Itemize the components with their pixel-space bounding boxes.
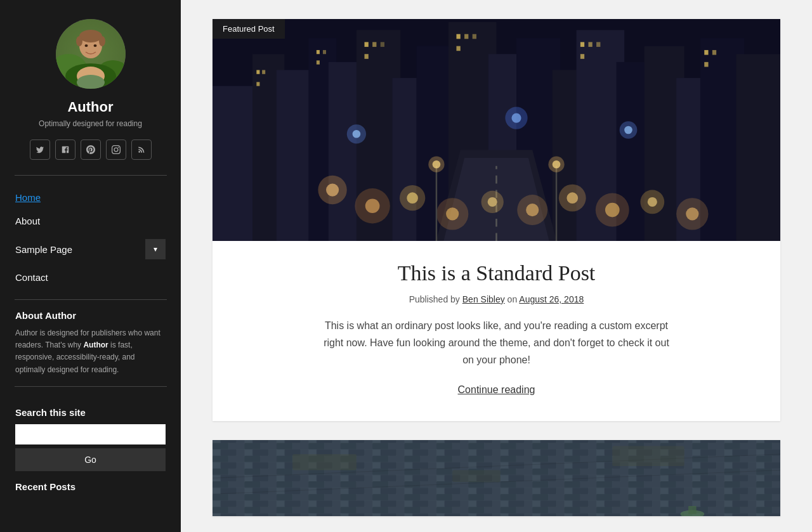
svg-point-48 <box>566 192 578 204</box>
featured-badge: Featured Post <box>213 19 285 39</box>
post-meta: Published by Ben Sibley on August 26, 20… <box>243 294 750 304</box>
svg-point-54 <box>686 207 698 220</box>
svg-rect-61 <box>256 70 259 74</box>
rss-icon[interactable] <box>131 139 152 160</box>
divider-search <box>15 386 167 387</box>
svg-rect-67 <box>365 42 369 47</box>
svg-rect-77 <box>596 42 600 47</box>
svg-rect-75 <box>580 42 584 47</box>
search-input[interactable] <box>15 424 166 444</box>
nav-item-sample-page[interactable]: Sample Page ▾ <box>15 233 166 266</box>
svg-rect-80 <box>712 50 716 55</box>
svg-point-44 <box>488 197 497 207</box>
post-card-2 <box>213 440 780 516</box>
svg-rect-63 <box>256 82 259 86</box>
about-section-text: Author is designed for publishers who wa… <box>15 327 166 376</box>
sidebar: Author Optimally designed for reading Ho… <box>0 0 181 532</box>
svg-rect-79 <box>704 50 708 55</box>
svg-point-84 <box>433 160 441 169</box>
svg-point-46 <box>526 204 539 216</box>
svg-point-52 <box>648 197 657 207</box>
author-subtitle: Optimally designed for reading <box>26 119 155 128</box>
svg-rect-76 <box>588 42 592 47</box>
svg-rect-31 <box>737 54 780 241</box>
divider-top <box>15 175 167 176</box>
post-body: This is a Standard Post Published by Ben… <box>213 241 780 421</box>
svg-rect-78 <box>580 54 584 59</box>
svg-point-42 <box>446 207 459 220</box>
nav-link-home[interactable]: Home <box>15 192 41 203</box>
search-section: Search this site Go <box>0 397 181 471</box>
divider-mid <box>15 299 167 300</box>
nav-menu: Home About Sample Page ▾ Contact <box>0 186 181 289</box>
svg-rect-74 <box>456 46 460 51</box>
svg-point-38 <box>365 198 380 213</box>
svg-point-10 <box>99 36 105 46</box>
svg-point-36 <box>326 183 339 196</box>
svg-rect-81 <box>704 62 708 67</box>
avatar <box>56 19 126 89</box>
svg-point-8 <box>79 30 102 42</box>
svg-rect-69 <box>381 42 384 47</box>
post-excerpt: This is what an ordinary post looks like… <box>319 317 674 369</box>
continue-reading-link[interactable]: Continue reading <box>458 384 535 396</box>
search-section-title: Search this site <box>15 407 166 418</box>
post-author-link[interactable]: Ben Sibley <box>462 294 505 304</box>
svg-point-87 <box>553 160 561 169</box>
nav-link-contact[interactable]: Contact <box>15 272 48 283</box>
svg-rect-68 <box>372 42 376 47</box>
post-date-link[interactable]: August 26, 2018 <box>519 294 584 304</box>
svg-rect-64 <box>317 50 320 54</box>
post-title: This is a Standard Post <box>243 261 750 285</box>
nav-item-contact[interactable]: Contact <box>15 266 166 289</box>
nav-item-home[interactable]: Home <box>15 186 166 209</box>
svg-rect-65 <box>323 50 326 54</box>
post-featured-image: Featured Post <box>213 19 780 241</box>
search-go-button[interactable]: Go <box>15 448 166 471</box>
sample-page-expand-button[interactable]: ▾ <box>145 239 166 259</box>
svg-point-11 <box>84 44 88 47</box>
svg-rect-73 <box>473 34 476 39</box>
recent-posts-title: Recent Posts <box>0 471 181 492</box>
twitter-icon[interactable] <box>30 139 50 160</box>
svg-point-58 <box>511 114 521 123</box>
svg-rect-71 <box>456 34 460 39</box>
svg-point-12 <box>93 44 96 47</box>
post-2-image <box>213 440 780 516</box>
about-section-title: About Author <box>15 310 166 321</box>
pinterest-icon[interactable] <box>81 139 101 160</box>
social-icons-group <box>30 139 152 160</box>
main-content: Featured Post <box>181 0 812 532</box>
post-card-1: Featured Post <box>213 19 780 421</box>
svg-rect-70 <box>365 54 369 59</box>
svg-point-9 <box>76 36 82 46</box>
svg-point-50 <box>605 203 620 217</box>
nav-link-sample-page[interactable]: Sample Page <box>15 244 72 255</box>
instagram-icon[interactable] <box>106 139 126 160</box>
svg-point-40 <box>407 192 418 204</box>
about-section: About Author Author is designed for publ… <box>0 310 181 376</box>
svg-point-56 <box>353 130 361 138</box>
nav-item-about[interactable]: About <box>15 209 166 233</box>
nav-link-about[interactable]: About <box>15 216 40 226</box>
author-name: Author <box>67 99 113 115</box>
facebook-icon[interactable] <box>55 139 75 160</box>
svg-rect-102 <box>213 440 780 516</box>
svg-point-60 <box>624 126 632 134</box>
svg-rect-62 <box>262 70 265 74</box>
svg-rect-66 <box>317 60 320 64</box>
svg-rect-72 <box>464 34 468 39</box>
